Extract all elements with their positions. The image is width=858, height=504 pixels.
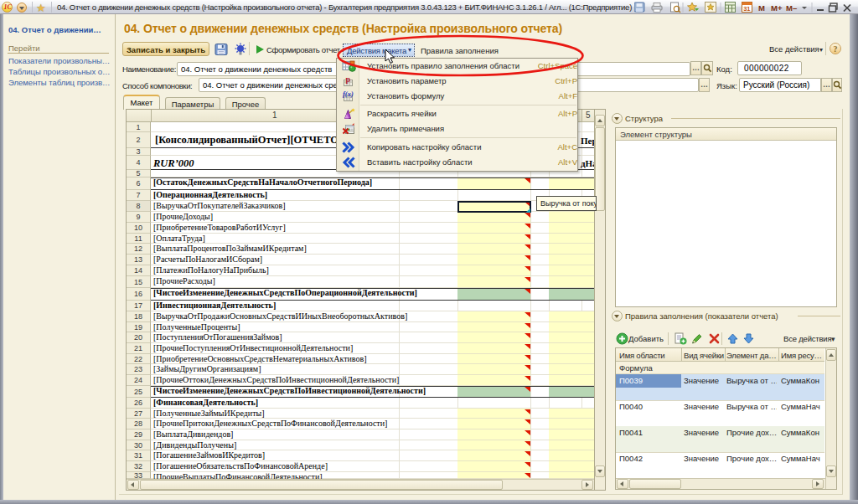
svg-text:М: М	[758, 3, 765, 13]
svg-text:f(x): f(x)	[343, 90, 354, 98]
svg-text:31: 31	[743, 5, 750, 13]
svg-text:М–: М–	[786, 3, 797, 13]
svg-text:М+: М+	[771, 3, 783, 13]
